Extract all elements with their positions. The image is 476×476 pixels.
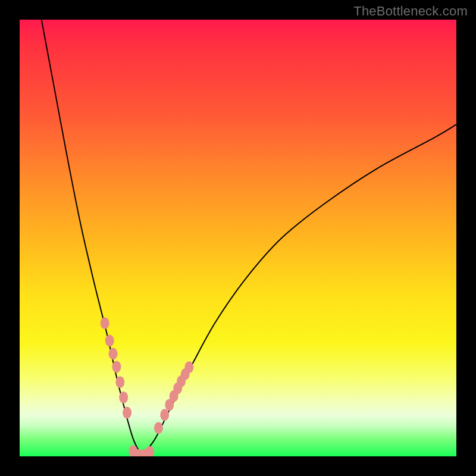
bead bbox=[160, 409, 169, 421]
curve-right-branch bbox=[142, 124, 456, 456]
annotation-beads-trough bbox=[129, 445, 154, 456]
watermark-text: TheBottleneck.com bbox=[353, 4, 468, 19]
bead bbox=[123, 407, 131, 419]
bottleneck-curve bbox=[20, 20, 456, 456]
annotation-beads-right bbox=[154, 361, 193, 434]
annotation-beads-left bbox=[101, 317, 131, 418]
bead bbox=[145, 446, 154, 456]
chart-frame: TheBottleneck.com bbox=[0, 0, 476, 476]
bead bbox=[112, 361, 121, 373]
bead bbox=[105, 334, 114, 346]
bead bbox=[119, 392, 128, 403]
bead bbox=[184, 361, 193, 373]
bead bbox=[115, 376, 124, 388]
bead bbox=[154, 422, 163, 434]
bead bbox=[101, 317, 109, 329]
curve-left-branch bbox=[42, 20, 142, 456]
plot-area bbox=[20, 20, 456, 456]
bead bbox=[109, 348, 118, 360]
